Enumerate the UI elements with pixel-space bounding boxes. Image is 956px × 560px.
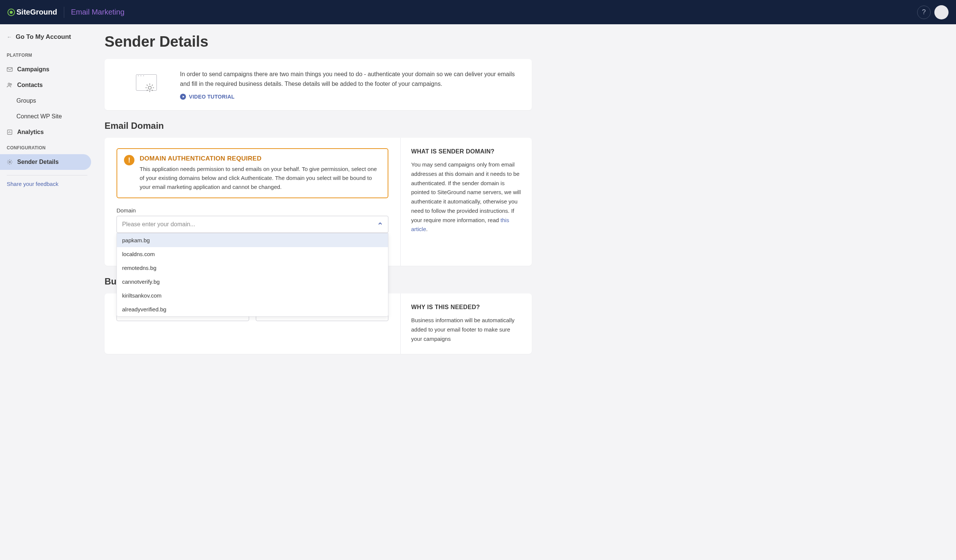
domain-auth-alert: ! DOMAIN AUTHENTICATION REQUIRED This ap… bbox=[116, 148, 388, 198]
nav-label: Groups bbox=[16, 97, 36, 104]
domain-option[interactable]: papkam.bg bbox=[117, 233, 388, 247]
question-icon: ? bbox=[922, 8, 926, 16]
domain-placeholder: Please enter your domain... bbox=[122, 221, 195, 228]
domain-option[interactable]: localdns.com bbox=[117, 247, 388, 261]
sidebar-item-sender-details[interactable]: Sender Details bbox=[0, 154, 91, 170]
user-avatar[interactable] bbox=[934, 5, 948, 19]
domain-option[interactable]: kiriltsankov.com bbox=[117, 289, 388, 303]
chevron-up-icon bbox=[377, 221, 383, 228]
svg-point-4 bbox=[9, 161, 11, 163]
email-domain-card: ! DOMAIN AUTHENTICATION REQUIRED This ap… bbox=[105, 138, 532, 266]
domain-dropdown: papkam.bg localdns.com remotedns.bg cann… bbox=[116, 233, 388, 317]
domain-option[interactable]: alreadyverified.bg bbox=[117, 303, 388, 316]
logo-divider bbox=[64, 7, 64, 18]
sender-domain-side-text: You may send campaigns only from email a… bbox=[411, 160, 521, 234]
sender-domain-side-title: WHAT IS SENDER DOMAIN? bbox=[411, 148, 521, 155]
intro-illustration bbox=[128, 69, 165, 96]
why-needed-text: Business information will be automatical… bbox=[411, 316, 521, 344]
gear-icon bbox=[7, 159, 13, 165]
domain-option[interactable]: cannotverify.bg bbox=[117, 275, 388, 289]
sidebar-item-contacts[interactable]: Contacts bbox=[0, 77, 91, 93]
people-icon bbox=[7, 82, 13, 88]
alert-body: This application needs permission to sen… bbox=[140, 165, 381, 191]
video-link-label: VIDEO TUTORIAL bbox=[189, 94, 234, 100]
business-details-side: WHY IS THIS NEEDED? Business information… bbox=[400, 293, 532, 354]
header-right: ? bbox=[917, 5, 948, 19]
page-title: Sender Details bbox=[105, 33, 532, 50]
svg-point-2 bbox=[10, 84, 12, 85]
section-label-config: CONFIGURATION bbox=[0, 140, 94, 154]
intro-text: In order to send campaigns there are two… bbox=[180, 69, 520, 88]
why-needed-title: WHY IS THIS NEEDED? bbox=[411, 304, 521, 311]
logo-text: SiteGround bbox=[16, 8, 57, 16]
top-header: SiteGround Email Marketing ? bbox=[0, 0, 956, 24]
intro-card: In order to send campaigns there are two… bbox=[105, 59, 532, 110]
nav-label: Connect WP Site bbox=[16, 113, 62, 120]
sidebar: ← Go To My Account PLATFORM Campaigns Co… bbox=[0, 24, 94, 560]
intro-content: In order to send campaigns there are two… bbox=[180, 69, 520, 100]
back-to-account-link[interactable]: ← Go To My Account bbox=[0, 32, 94, 47]
gear-overlay-icon bbox=[145, 83, 155, 93]
play-icon bbox=[180, 94, 186, 100]
video-tutorial-link[interactable]: VIDEO TUTORIAL bbox=[180, 94, 520, 100]
logo-icon bbox=[8, 9, 15, 16]
back-label: Go To My Account bbox=[16, 33, 71, 41]
arrow-left-icon: ← bbox=[7, 34, 12, 40]
brand-logo[interactable]: SiteGround bbox=[8, 8, 57, 16]
header-left: SiteGround Email Marketing bbox=[8, 7, 124, 18]
svg-point-1 bbox=[8, 83, 10, 85]
email-domain-main: ! DOMAIN AUTHENTICATION REQUIRED This ap… bbox=[105, 138, 400, 266]
domain-option[interactable]: remotedns.bg bbox=[117, 261, 388, 275]
main-content: Sender Details In order to send campaign… bbox=[94, 24, 542, 560]
nav-label: Sender Details bbox=[17, 158, 59, 165]
sidebar-item-campaigns[interactable]: Campaigns bbox=[0, 61, 91, 77]
section-label-platform: PLATFORM bbox=[0, 47, 94, 61]
nav-label: Contacts bbox=[17, 82, 42, 88]
sidebar-item-connect-wp[interactable]: Connect WP Site bbox=[0, 109, 91, 124]
chart-icon bbox=[7, 129, 13, 135]
nav-label: Analytics bbox=[17, 129, 44, 135]
nav-label: Campaigns bbox=[17, 66, 49, 73]
domain-select-wrap: Please enter your domain... papkam.bg lo… bbox=[116, 216, 388, 233]
sidebar-item-analytics[interactable]: Analytics bbox=[0, 124, 91, 140]
warning-icon: ! bbox=[124, 155, 134, 165]
help-button[interactable]: ? bbox=[917, 6, 931, 19]
email-domain-side: WHAT IS SENDER DOMAIN? You may send camp… bbox=[400, 138, 532, 266]
product-name: Email Marketing bbox=[71, 8, 124, 16]
share-feedback-link[interactable]: Share your feedback bbox=[7, 175, 87, 192]
alert-content: DOMAIN AUTHENTICATION REQUIRED This appl… bbox=[140, 155, 381, 191]
alert-title: DOMAIN AUTHENTICATION REQUIRED bbox=[140, 155, 381, 162]
domain-field-label: Domain bbox=[116, 207, 388, 213]
email-domain-heading: Email Domain bbox=[105, 121, 532, 131]
svg-point-5 bbox=[148, 86, 151, 89]
sidebar-item-groups[interactable]: Groups bbox=[0, 93, 91, 109]
envelope-icon bbox=[7, 66, 13, 72]
domain-select[interactable]: Please enter your domain... bbox=[116, 216, 388, 233]
svg-rect-0 bbox=[7, 67, 12, 71]
